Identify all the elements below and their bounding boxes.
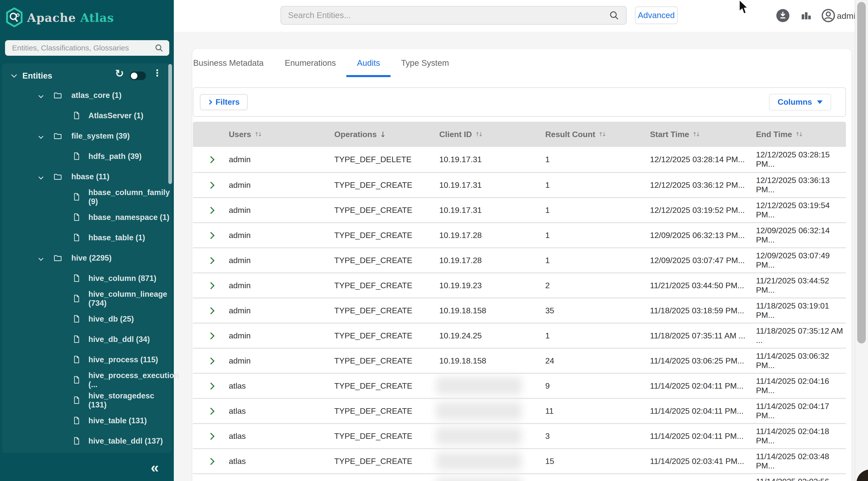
- expand-row-chevron-icon[interactable]: [208, 432, 215, 440]
- tab-audits[interactable]: Audits: [346, 49, 391, 77]
- tree-item[interactable]: atlas_core (1): [0, 85, 174, 105]
- chevron-down-icon[interactable]: [38, 174, 43, 180]
- search-icon[interactable]: [609, 10, 620, 21]
- tree-item[interactable]: hbase_namespace (1): [0, 207, 174, 227]
- expand-row-chevron-icon[interactable]: [208, 232, 215, 239]
- sidebar-search-input[interactable]: [5, 44, 154, 52]
- tree-item[interactable]: AtlasServer (1): [0, 106, 174, 126]
- chevron-down-icon[interactable]: [38, 256, 43, 261]
- table-row[interactable]: atlasTYPE_DEF_CREATE1111/14/2025 02:04:1…: [193, 398, 846, 423]
- mouse-cursor: [739, 0, 749, 15]
- filters-button[interactable]: Filters: [200, 94, 248, 110]
- cell-client-id: 10.19.17.28: [439, 231, 545, 240]
- column-header-operations[interactable]: Operations↓: [334, 130, 439, 139]
- tree-item-label: hive_column (871): [88, 274, 156, 283]
- column-header-client-id[interactable]: Client ID↑↓: [439, 130, 545, 139]
- tree-item[interactable]: hive_process_execution (...: [0, 370, 174, 390]
- cell-operation: TYPE_DEF_CREATE: [334, 331, 439, 341]
- columns-button[interactable]: Columns: [769, 94, 831, 110]
- table-row[interactable]: adminTYPE_DEF_CREATE10.19.17.28112/09/20…: [193, 247, 846, 272]
- sidebar-scrollbar-thumb[interactable]: [168, 64, 172, 184]
- cell-start-time: 11/14/2025 02:04:11 PM...: [650, 407, 756, 416]
- table-row[interactable]: atlasTYPE_DEF_CREATE311/14/2025 02:04:11…: [193, 423, 846, 448]
- tree-item[interactable]: hive_db (25): [0, 309, 174, 329]
- column-label: Result Count: [545, 130, 595, 139]
- cell-result-count: 1: [545, 331, 650, 341]
- column-header-start-time[interactable]: Start Time↑↓: [650, 130, 756, 139]
- tab-enumerations[interactable]: Enumerations: [274, 49, 347, 77]
- tree-item[interactable]: hdfs_path (39): [0, 147, 174, 166]
- tree-item[interactable]: hive_db_ddl (34): [0, 329, 174, 349]
- expand-row-chevron-icon[interactable]: [208, 282, 215, 289]
- expand-row-chevron-icon[interactable]: [208, 357, 215, 364]
- cell-client-id-redacted: [436, 427, 522, 445]
- tree-item[interactable]: hive_table_ddl (137): [0, 431, 174, 451]
- tree-item[interactable]: file_system (39): [0, 126, 174, 146]
- tree-item[interactable]: hive_process (115): [0, 350, 174, 370]
- tree-item[interactable]: hbase_table (1): [0, 228, 174, 248]
- cell-operation: TYPE_DEF_CREATE: [334, 381, 439, 391]
- table-row[interactable]: adminTYPE_DEF_CREATE10.19.18.1583511/18/…: [193, 297, 846, 323]
- expand-row-chevron-icon[interactable]: [208, 458, 215, 465]
- column-header-end-time[interactable]: End Time↑↓: [756, 130, 846, 139]
- entity-search-input[interactable]: [281, 10, 609, 20]
- table-row[interactable]: atlasTYPE_DEF_CREATE911/14/2025 02:04:11…: [193, 373, 846, 398]
- cell-user: admin: [229, 306, 334, 315]
- table-row[interactable]: adminTYPE_DEF_CREATE10.19.24.25111/18/20…: [193, 323, 846, 348]
- tree-item-label: atlas_core (1): [71, 91, 122, 100]
- tree-item-label: hdfs_path (39): [88, 152, 142, 161]
- cell-client-id: 10.19.17.31: [439, 155, 545, 164]
- statistics-icon[interactable]: [799, 9, 813, 22]
- expand-row-chevron-icon[interactable]: [208, 307, 215, 314]
- tree-item[interactable]: hive (2295): [0, 248, 174, 268]
- refresh-icon[interactable]: ↻: [115, 67, 124, 79]
- sort-icon: ↑↓: [692, 131, 699, 137]
- column-header-result-count[interactable]: Result Count↑↓: [545, 130, 650, 139]
- expand-row-chevron-icon[interactable]: [208, 156, 215, 163]
- tab-business-metadata[interactable]: Business Metadata: [192, 49, 274, 77]
- tree-item[interactable]: hive_table (131): [0, 411, 174, 431]
- tree-item[interactable]: hive_storagedesc (131): [0, 390, 174, 411]
- file-icon: [72, 193, 82, 201]
- cell-user: admin: [229, 231, 334, 240]
- expand-row-chevron-icon[interactable]: [208, 332, 215, 339]
- page-scrollbar-thumb[interactable]: [857, 2, 866, 344]
- expand-row-chevron-icon[interactable]: [208, 182, 215, 189]
- column-header-users[interactable]: Users↑↓: [229, 130, 334, 139]
- table-row[interactable]: adminTYPE_DEF_CREATE10.19.17.31112/12/20…: [193, 172, 846, 197]
- tab-type-system[interactable]: Type System: [391, 49, 460, 77]
- table-row[interactable]: atlasTYPE_DEF_CREATE1511/14/2025 02:03:4…: [193, 448, 846, 473]
- sort-icon: ↑↓: [795, 131, 802, 137]
- kebab-menu-icon[interactable]: ⋮: [153, 68, 162, 78]
- expand-row-chevron-icon[interactable]: [208, 206, 215, 214]
- tree-mode-toggle[interactable]: [130, 71, 146, 80]
- chevron-down-icon[interactable]: [11, 72, 17, 78]
- cell-user: admin: [229, 155, 334, 164]
- search-icon[interactable]: [154, 43, 164, 53]
- chevron-down-icon[interactable]: [38, 134, 43, 139]
- download-icon[interactable]: [776, 9, 789, 22]
- chevron-down-icon[interactable]: [38, 93, 43, 98]
- page-scrollbar-track[interactable]: [855, 0, 868, 481]
- tree-item[interactable]: hive_column (871): [0, 268, 174, 288]
- table-row[interactable]: adminTYPE_DEF_CREATE10.19.18.1582411/14/…: [193, 348, 846, 373]
- expand-row-chevron-icon[interactable]: [208, 382, 215, 389]
- table-row[interactable]: adminTYPE_DEF_CREATE10.19.19.23211/21/20…: [193, 272, 846, 297]
- table-row[interactable]: adminTYPE_DEF_DELETE10.19.17.31112/12/20…: [193, 147, 846, 172]
- tree-item[interactable]: hbase_column_family (9): [0, 187, 174, 207]
- advanced-search-button[interactable]: Advanced: [635, 6, 678, 24]
- app-logo[interactable]: Apache Atlas: [6, 7, 114, 28]
- tree-item[interactable]: hbase (11): [0, 167, 174, 187]
- sidebar-collapse-button[interactable]: «: [151, 459, 159, 476]
- cell-end-time: 12/12/2025 03:36:13 PM...: [756, 176, 846, 194]
- expand-row-chevron-icon[interactable]: [208, 408, 215, 414]
- tree-item-label: file_system (39): [71, 132, 130, 140]
- table-row[interactable]: adminTYPE_DEF_CREATE10.19.17.28112/09/20…: [193, 222, 846, 247]
- tree-header-row[interactable]: Entities ↻ ⋮: [0, 68, 174, 83]
- table-row[interactable]: adminTYPE_DEF_CREATE10.19.17.31112/12/20…: [193, 197, 846, 222]
- table-row[interactable]: atlasTYPE_DEF_CREATE211/14/2025 02:03:41…: [193, 473, 846, 481]
- cell-start-time: 11/21/2025 03:44:50 PM...: [650, 281, 756, 290]
- user-avatar-icon[interactable]: [822, 9, 835, 22]
- expand-row-chevron-icon[interactable]: [208, 257, 215, 264]
- tree-item[interactable]: hive_column_lineage (734): [0, 289, 174, 309]
